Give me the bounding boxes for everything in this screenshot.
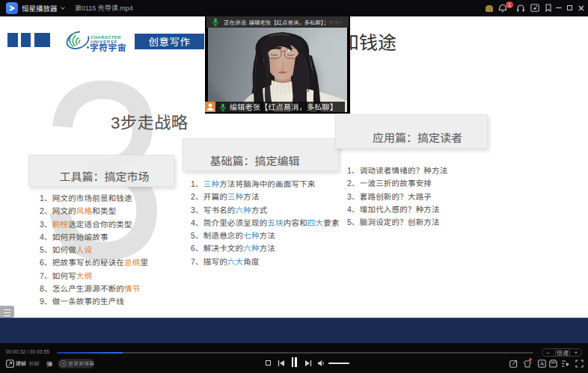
svg-text:A: A: [540, 361, 544, 366]
